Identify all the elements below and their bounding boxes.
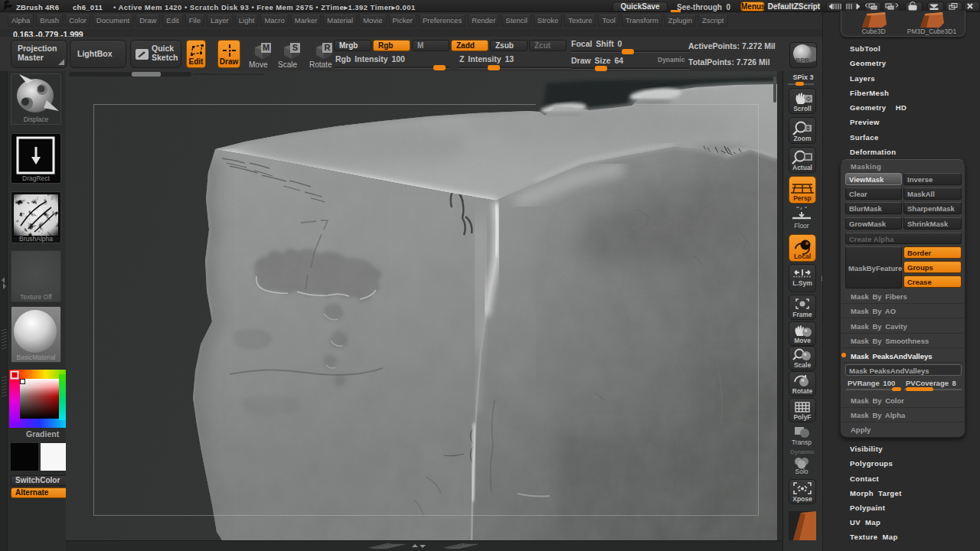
- svg-text:PolyF: PolyF: [793, 413, 811, 421]
- svg-text:S: S: [292, 43, 298, 52]
- svg-text:Displace: Displace: [24, 116, 49, 123]
- svg-text:DragRect: DragRect: [22, 174, 51, 182]
- svg-text:Actual: Actual: [792, 164, 812, 171]
- svg-text:Frame: Frame: [792, 311, 812, 318]
- svg-text:Xpose: Xpose: [792, 495, 812, 503]
- svg-text:Move: Move: [794, 337, 811, 344]
- svg-text:Scroll: Scroll: [793, 105, 812, 112]
- svg-text:Scale: Scale: [794, 361, 811, 369]
- svg-text:Solo: Solo: [795, 468, 808, 475]
- svg-text:Zoom: Zoom: [793, 135, 812, 142]
- svg-text:Local: Local: [794, 253, 811, 260]
- svg-text:BPR: BPR: [795, 57, 809, 64]
- svg-text:Persp: Persp: [793, 194, 812, 202]
- svg-text:Floor: Floor: [794, 222, 809, 230]
- svg-text:BasicMaterial: BasicMaterial: [16, 354, 55, 361]
- svg-text:BrushAlpha: BrushAlpha: [19, 235, 53, 243]
- svg-text:M: M: [263, 43, 270, 52]
- svg-text:L.Sym: L.Sym: [792, 279, 812, 287]
- svg-text:R: R: [325, 43, 331, 52]
- svg-text:Rotate: Rotate: [792, 387, 813, 395]
- svg-text:Transp: Transp: [792, 439, 812, 446]
